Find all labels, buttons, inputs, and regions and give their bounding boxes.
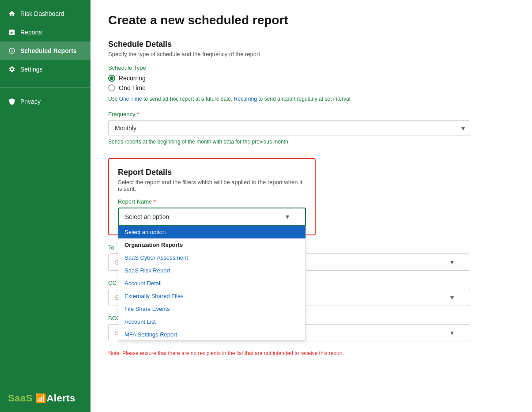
frequency-hint: Sends reports at the beginning of the mo… — [108, 139, 514, 145]
dropdown-item-account-detail[interactable]: Account Detail — [118, 277, 306, 290]
shield-icon — [8, 98, 16, 106]
report-details-desc: Select the report and the filters which … — [118, 179, 306, 192]
dropdown-item-mfa-settings[interactable]: MFA Settings Report — [118, 328, 306, 340]
clock-icon — [8, 47, 16, 55]
to-chevron-icon — [450, 258, 454, 266]
frequency-section: Frequency * Monthly Weekly Daily Sends r… — [108, 111, 514, 145]
sidebar-item-label: Privacy — [20, 98, 41, 105]
one-time-radio-circle — [108, 84, 115, 91]
sidebar-item-label: Risk Dashboard — [20, 10, 64, 17]
sidebar-nav: Risk Dashboard Reports Scheduled Reports… — [0, 0, 91, 385]
frequency-select-wrapper: Monthly Weekly Daily — [108, 120, 470, 136]
frequency-select[interactable]: Monthly Weekly Daily — [108, 120, 470, 136]
dropdown-item-account-list[interactable]: Account List — [118, 315, 306, 328]
sidebar-item-risk-dashboard[interactable]: Risk Dashboard — [0, 4, 91, 23]
report-name-label: Report Name * — [118, 198, 306, 205]
main-content: Create a new scheduled report Schedule D… — [91, 0, 532, 412]
dropdown-selected-value: Select an option — [125, 213, 169, 220]
one-time-radio[interactable]: One Time — [108, 84, 514, 91]
dropdown-group-org-reports: Organization Reports — [118, 238, 306, 251]
report-details-title: Report Details — [118, 168, 306, 177]
schedule-type-label: Schedule Type — [108, 64, 514, 71]
recurring-hint-word: Recurring — [234, 96, 257, 102]
schedule-details-title: Schedule Details — [108, 40, 514, 49]
sidebar-item-label: Settings — [20, 66, 43, 73]
schedule-type-radio-group: Recurring One Time — [108, 75, 514, 91]
dropdown-chevron-icon — [286, 212, 289, 221]
sidebar-logo: SaaS 📶Alerts — [0, 385, 91, 412]
sidebar-item-privacy[interactable]: Privacy — [0, 92, 91, 111]
sidebar-item-label: Reports — [20, 29, 42, 36]
report-details-box: Report Details Select the report and the… — [108, 158, 316, 235]
dropdown-item-externally-shared[interactable]: Externally Shared Files — [118, 290, 306, 302]
sidebar-item-label: Scheduled Reports — [20, 47, 77, 54]
report-name-required: * — [154, 198, 156, 205]
sidebar-item-settings[interactable]: Settings — [0, 60, 91, 79]
chart-icon — [8, 28, 16, 36]
cc-chevron-icon — [450, 293, 454, 302]
recurring-radio-circle — [108, 75, 115, 82]
home-icon — [8, 10, 16, 18]
recurring-radio[interactable]: Recurring — [108, 75, 514, 82]
dropdown-item-select-option[interactable]: Select an option — [118, 226, 306, 238]
frequency-label: Frequency * — [108, 111, 514, 117]
frequency-required: * — [137, 111, 139, 117]
recipients-note: Note: Please ensure that there are no re… — [108, 350, 514, 356]
logo-wifi-icon: 📶 — [33, 393, 47, 403]
sidebar: Risk Dashboard Reports Scheduled Reports… — [0, 0, 91, 412]
dropdown-item-saas-risk[interactable]: SaaS Risk Report — [118, 264, 306, 277]
one-time-label: One Time — [119, 84, 146, 91]
bcc-chevron-icon — [450, 329, 454, 337]
gear-icon — [8, 65, 16, 73]
sidebar-item-reports[interactable]: Reports — [0, 23, 91, 42]
logo-saas: SaaS — [8, 393, 33, 404]
schedule-details-section: Schedule Details Specify the type of sch… — [108, 40, 514, 145]
report-name-dropdown-trigger[interactable]: Select an option — [118, 208, 306, 226]
logo-alerts: Alerts — [46, 393, 75, 404]
report-name-dropdown[interactable]: Select an option Select an option Organi… — [118, 208, 306, 226]
schedule-details-desc: Specify the type of schedule and the fre… — [108, 51, 514, 57]
one-time-hint-word: One Time — [119, 96, 142, 102]
dropdown-menu: Select an option Organization Reports Sa… — [118, 226, 306, 340]
dropdown-item-file-share[interactable]: File Share Events — [118, 302, 306, 315]
page-title: Create a new scheduled report — [108, 13, 514, 27]
dropdown-item-saas-cyber[interactable]: SaaS Cyber Assessment — [118, 251, 306, 264]
sidebar-item-scheduled-reports[interactable]: Scheduled Reports — [0, 42, 91, 60]
schedule-hint: Use One Time to send ad-hoc report at a … — [108, 96, 514, 102]
recurring-label: Recurring — [119, 75, 146, 82]
